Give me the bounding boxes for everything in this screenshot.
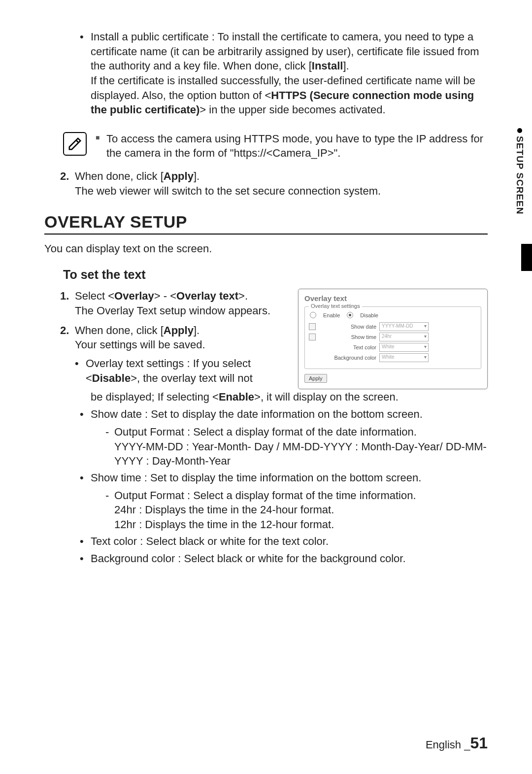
section-title: OVERLAY SETUP: [44, 212, 488, 235]
show-date-select[interactable]: YYYY-MM-DD: [379, 322, 429, 331]
radio-disable[interactable]: [347, 312, 353, 318]
text-color-label: Text color: [320, 344, 379, 350]
overlay-text-panel: Overlay text Overlay text settings Enabl…: [298, 289, 488, 389]
text-color-select[interactable]: White: [379, 343, 429, 352]
text: Select <: [75, 290, 114, 302]
bullet-bg-color: Background color : Select black or white…: [80, 551, 488, 566]
checkbox-show-date[interactable]: [309, 323, 316, 330]
text: Install a public certificate : To instal…: [91, 31, 479, 72]
install-bold: Install: [312, 60, 343, 72]
enable-label: Enable: [323, 312, 340, 318]
note-text: To access the camera using HTTPS mode, y…: [96, 132, 488, 160]
note-icon: [63, 132, 87, 156]
radio-enable[interactable]: [310, 312, 316, 318]
footer-sep: _: [464, 739, 470, 751]
fieldset-legend: Overlay text settings: [309, 303, 362, 309]
text: >, the overlay text will not: [131, 372, 253, 384]
text: >, it will display on the screen.: [254, 391, 399, 403]
overlay-text-bold: Overlay text: [176, 290, 238, 302]
bullet-show-time: Show time : Set to display the time info…: [80, 471, 488, 485]
text: When done, click [: [75, 324, 164, 337]
footer-lang: English: [426, 739, 461, 751]
text: When done, click [: [75, 170, 164, 182]
top-step-2: When done, click [Apply]. The web viewer…: [60, 169, 488, 198]
section-intro: You can display text on the screen.: [44, 241, 488, 256]
page-footer: English _51: [426, 734, 488, 752]
top-bullet: Install a public certificate : To instal…: [80, 30, 488, 117]
panel-title: Overlay text: [304, 294, 481, 303]
show-date-output-format: Output Format : Select a display format …: [105, 425, 488, 469]
show-date-label: Show date: [320, 324, 379, 330]
checkbox-show-time[interactable]: [309, 334, 316, 340]
bg-color-label: Background color: [320, 355, 379, 361]
bullet-text-color: Text color : Select black or white for t…: [80, 534, 488, 549]
apply-bold: Apply: [164, 324, 194, 337]
side-tab-label: SETUP SCREEN: [515, 136, 525, 214]
page-number: 51: [470, 734, 488, 752]
show-time-label: Show time: [320, 334, 379, 340]
apply-bold: Apply: [164, 170, 194, 182]
step-2: When done, click [Apply]. Your settings …: [60, 323, 288, 386]
bg-color-select[interactable]: White: [379, 353, 429, 362]
apply-button[interactable]: Apply: [304, 374, 327, 383]
disable-bold: Disable: [92, 372, 131, 384]
bullet-overlay-text-settings: Overlay text settings : If you select <D…: [75, 356, 288, 385]
thumb-tab: [521, 244, 532, 271]
overlay-bold: Overlay: [114, 290, 154, 302]
subsection-title: To set the text: [63, 268, 488, 282]
text: be displayed; If selecting <: [91, 391, 219, 403]
step-1: Select <Overlay> - <Overlay text>. The O…: [60, 289, 288, 318]
text: > in the upper side becomes activated.: [200, 103, 385, 116]
show-time-output-format: Output Format : Select a display format …: [105, 488, 488, 532]
show-time-select[interactable]: 24hr: [379, 333, 429, 341]
enable-bold: Enable: [219, 391, 254, 403]
disable-label: Disable: [360, 312, 378, 318]
bullet-show-date: Show date : Set to display the date info…: [80, 407, 488, 422]
side-tab: SETUP SCREEN: [514, 128, 525, 214]
side-tab-dot: [517, 128, 522, 133]
text: > - <: [154, 290, 176, 302]
